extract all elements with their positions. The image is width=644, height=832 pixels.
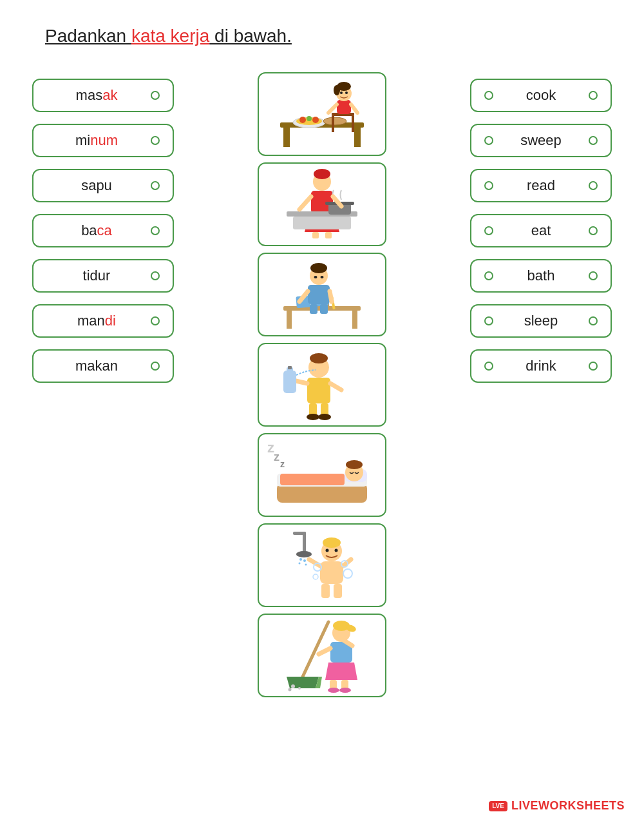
svg-rect-33 bbox=[287, 311, 292, 329]
word-box-eat[interactable]: eat bbox=[470, 214, 612, 247]
svg-point-42 bbox=[321, 276, 324, 278]
connector-sleep-left[interactable] bbox=[484, 316, 493, 325]
connector-drink-left[interactable] bbox=[484, 362, 493, 371]
word-cook: cook bbox=[497, 87, 585, 104]
svg-line-30 bbox=[299, 197, 311, 209]
connector-cook-left[interactable] bbox=[484, 91, 493, 100]
connector-tidur[interactable] bbox=[151, 271, 160, 280]
svg-point-59 bbox=[318, 414, 331, 420]
connector-makan[interactable] bbox=[151, 362, 160, 371]
word-box-minum[interactable]: minum bbox=[32, 124, 174, 157]
svg-point-75 bbox=[299, 562, 301, 564]
connector-sweep-left[interactable] bbox=[484, 136, 493, 145]
word-box-makan[interactable]: makan bbox=[32, 349, 174, 383]
word-box-drink[interactable]: drink bbox=[470, 349, 612, 383]
baca-part2: ca bbox=[97, 222, 112, 238]
connector-eat-right[interactable] bbox=[589, 226, 598, 235]
svg-point-40 bbox=[310, 263, 327, 273]
connector-eat-left[interactable] bbox=[484, 226, 493, 235]
connector-mandi[interactable] bbox=[151, 316, 160, 325]
image-sleep: z z z bbox=[258, 433, 386, 517]
word-box-sleep[interactable]: sleep bbox=[470, 304, 612, 338]
img-drink-placeholder bbox=[264, 346, 380, 423]
logo-badge: LVE bbox=[489, 801, 507, 811]
logo-worksheets: WORKSHEETS bbox=[538, 799, 625, 812]
bath-svg bbox=[267, 528, 377, 603]
svg-point-49 bbox=[310, 353, 328, 363]
svg-line-19 bbox=[351, 104, 357, 113]
svg-rect-63 bbox=[280, 474, 345, 485]
svg-rect-54 bbox=[288, 366, 292, 369]
logo-lve-text: LVE bbox=[492, 802, 504, 809]
svg-point-86 bbox=[326, 548, 329, 552]
connector-masak[interactable] bbox=[151, 91, 160, 100]
svg-rect-47 bbox=[320, 304, 328, 314]
svg-point-65 bbox=[346, 460, 363, 469]
svg-point-58 bbox=[307, 414, 319, 420]
image-read bbox=[258, 253, 386, 336]
word-box-cook[interactable]: cook bbox=[470, 79, 612, 112]
svg-rect-46 bbox=[310, 304, 317, 314]
word-box-baca[interactable]: baca bbox=[32, 214, 174, 247]
pot-svg bbox=[267, 168, 377, 242]
worksheet-page: Padankan kata kerja di bawah. masak minu… bbox=[0, 0, 644, 832]
word-box-sapu[interactable]: sapu bbox=[32, 169, 174, 202]
word-box-bath[interactable]: bath bbox=[470, 259, 612, 293]
main-layout: masak minum sapu baca bbox=[32, 72, 612, 697]
title-after: di bawah. bbox=[209, 26, 292, 46]
svg-point-16 bbox=[340, 92, 343, 94]
connector-read-right[interactable] bbox=[589, 181, 598, 190]
svg-line-45 bbox=[330, 291, 332, 302]
svg-rect-27 bbox=[293, 217, 351, 229]
word-box-read[interactable]: read bbox=[470, 169, 612, 202]
connector-minum[interactable] bbox=[151, 136, 160, 145]
mandi-part2: di bbox=[105, 313, 116, 329]
svg-rect-70 bbox=[293, 532, 306, 535]
logo-lve-badge: LVE bbox=[489, 801, 507, 811]
connector-sleep-right[interactable] bbox=[589, 316, 598, 325]
svg-rect-52 bbox=[283, 371, 296, 393]
minum-part2: num bbox=[90, 132, 118, 148]
svg-line-18 bbox=[328, 104, 337, 113]
word-box-masak[interactable]: masak bbox=[32, 79, 174, 112]
cook-svg bbox=[267, 77, 377, 151]
connector-baca[interactable] bbox=[151, 226, 160, 235]
svg-rect-1 bbox=[283, 128, 290, 147]
svg-point-76 bbox=[305, 563, 307, 565]
word-box-sweep[interactable]: sweep bbox=[470, 124, 612, 157]
word-masak: masak bbox=[46, 87, 147, 104]
word-mandi: mandi bbox=[46, 313, 147, 329]
word-box-mandi[interactable]: mandi bbox=[32, 304, 174, 338]
right-column: cook sweep read eat bbox=[470, 72, 612, 383]
svg-point-72 bbox=[299, 558, 302, 561]
connector-sapu[interactable] bbox=[151, 181, 160, 190]
svg-point-6 bbox=[307, 116, 312, 121]
word-baca: baca bbox=[46, 222, 147, 239]
svg-line-55 bbox=[330, 383, 341, 390]
drink-svg bbox=[267, 348, 377, 422]
connector-bath-left[interactable] bbox=[484, 271, 493, 280]
svg-point-21 bbox=[314, 169, 330, 179]
read-svg bbox=[267, 258, 377, 332]
svg-point-7 bbox=[312, 117, 319, 123]
sweep-svg bbox=[267, 619, 377, 693]
word-bath: bath bbox=[497, 267, 585, 284]
word-box-tidur[interactable]: tidur bbox=[32, 259, 174, 293]
connector-drink-right[interactable] bbox=[589, 362, 598, 371]
connector-read-left[interactable] bbox=[484, 181, 493, 190]
svg-point-71 bbox=[296, 551, 312, 557]
svg-text:z: z bbox=[274, 450, 279, 463]
svg-rect-10 bbox=[332, 116, 334, 132]
image-sweep bbox=[258, 614, 386, 697]
svg-point-95 bbox=[289, 688, 292, 691]
svg-rect-2 bbox=[354, 128, 361, 147]
worksheet-title: Padankan kata kerja di bawah. bbox=[45, 26, 612, 46]
connector-cook-right[interactable] bbox=[589, 91, 598, 100]
svg-point-106 bbox=[339, 688, 351, 693]
svg-rect-81 bbox=[320, 561, 343, 584]
connector-sweep-right[interactable] bbox=[589, 136, 598, 145]
svg-line-100 bbox=[319, 648, 330, 654]
sleep-svg: z z z bbox=[267, 438, 377, 512]
connector-bath-right[interactable] bbox=[589, 271, 598, 280]
svg-rect-25 bbox=[325, 232, 332, 238]
